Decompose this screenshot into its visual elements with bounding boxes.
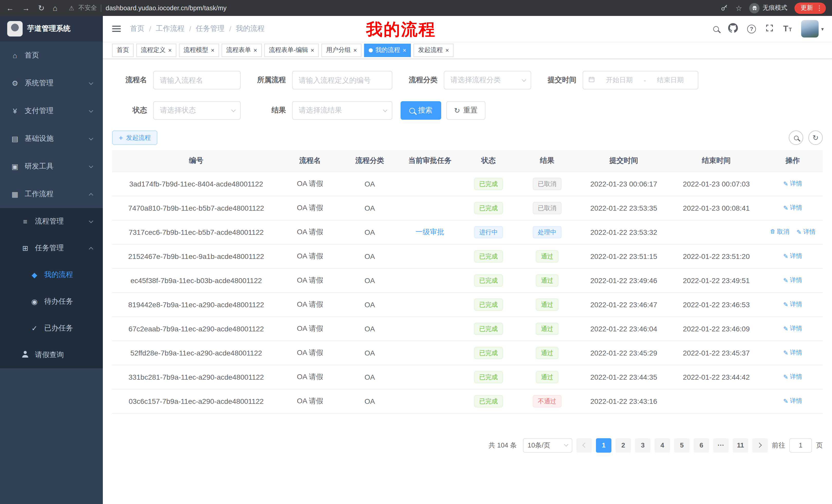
search-icon[interactable] bbox=[713, 26, 719, 32]
sidebar-toggle-button[interactable] bbox=[111, 22, 122, 35]
tab-home[interactable]: 首页 bbox=[112, 44, 134, 57]
search-button[interactable]: 搜索 bbox=[400, 101, 441, 120]
close-icon[interactable]: × bbox=[353, 47, 357, 53]
security-label[interactable]: 不安全 bbox=[78, 4, 97, 12]
breadcrumb-item[interactable]: 任务管理 bbox=[196, 24, 225, 33]
detail-link[interactable]: ✎详情 bbox=[783, 397, 802, 405]
sidebar-item-todo-tasks[interactable]: ◉ 待办任务 bbox=[0, 288, 103, 315]
status-badge: 已完成 bbox=[474, 177, 503, 190]
table-row: 331bc281-7b9a-11ec-a290-acde48001122 OA … bbox=[112, 365, 823, 389]
page-button-2[interactable]: 2 bbox=[616, 438, 631, 452]
page-button-1[interactable]: 1 bbox=[596, 438, 612, 452]
submit-time-range-picker[interactable]: 开始日期 - 结束日期 bbox=[582, 71, 698, 89]
next-page-button[interactable] bbox=[752, 438, 768, 452]
help-icon[interactable]: ? bbox=[747, 24, 756, 33]
close-icon[interactable]: × bbox=[168, 47, 172, 53]
sidebar-item-done-tasks[interactable]: ✓ 已办任务 bbox=[0, 315, 103, 342]
status-badge: 已完成 bbox=[474, 395, 503, 407]
github-icon[interactable] bbox=[728, 23, 738, 35]
refresh-button[interactable]: ↻ bbox=[808, 131, 823, 145]
page-button-11[interactable]: 11 bbox=[733, 438, 748, 452]
update-button[interactable]: 更新 ⋮ bbox=[795, 2, 826, 13]
tab-my-process[interactable]: 我的流程 × bbox=[364, 44, 411, 57]
close-icon[interactable]: × bbox=[254, 47, 257, 53]
detail-link[interactable]: ✎详情 bbox=[797, 228, 815, 236]
page-button-3[interactable]: 3 bbox=[635, 438, 650, 452]
user-avatar[interactable]: ▾ bbox=[801, 20, 824, 37]
sidebar-item-infrastructure[interactable]: ▤ 基础设施 bbox=[0, 125, 103, 152]
delete-icon bbox=[770, 229, 775, 236]
breadcrumb-item[interactable]: 工作流程 bbox=[156, 24, 185, 33]
close-icon[interactable]: × bbox=[311, 47, 314, 53]
detail-link[interactable]: ✎详情 bbox=[783, 325, 802, 333]
process-name: OA 请假 bbox=[297, 203, 323, 212]
close-icon[interactable]: × bbox=[445, 47, 449, 53]
detail-link[interactable]: ✎详情 bbox=[783, 179, 802, 188]
detail-link[interactable]: ✎详情 bbox=[783, 252, 802, 261]
sidebar-item-task-mgmt[interactable]: ⊞ 任务管理 bbox=[0, 235, 103, 261]
page-button-4[interactable]: 4 bbox=[655, 438, 670, 452]
sidebar-item-label: 待办任务 bbox=[44, 297, 73, 306]
sidebar-item-workflow[interactable]: ▦ 工作流程 bbox=[0, 180, 103, 208]
reload-button[interactable]: ↻ bbox=[38, 3, 45, 12]
category-select[interactable]: 请选择流程分类 bbox=[444, 71, 531, 89]
forward-button[interactable]: → bbox=[22, 4, 30, 12]
sidebar-item-label: 工作流程 bbox=[25, 190, 53, 199]
person-icon bbox=[21, 351, 30, 359]
fullscreen-icon[interactable] bbox=[765, 23, 774, 34]
refresh-icon: ↻ bbox=[454, 107, 460, 114]
close-icon[interactable]: × bbox=[402, 47, 406, 53]
page-annotation: 我的流程 bbox=[366, 19, 436, 41]
close-icon[interactable]: × bbox=[211, 47, 214, 53]
more-pages-button[interactable]: ··· bbox=[713, 438, 729, 452]
sidebar-item-dev-tools[interactable]: ▣ 研发工具 bbox=[0, 152, 103, 180]
sidebar-logo[interactable]: 芋道管理系统 bbox=[0, 16, 103, 41]
detail-link[interactable]: ✎详情 bbox=[783, 276, 802, 285]
status-badge: 已完成 bbox=[474, 371, 503, 383]
kebab-menu-icon[interactable]: ⋮ bbox=[816, 4, 823, 12]
page-button-5[interactable]: 5 bbox=[674, 438, 690, 452]
detail-link[interactable]: ✎详情 bbox=[783, 300, 802, 309]
search-toggle-button[interactable] bbox=[789, 131, 803, 145]
sidebar-item-leave-query[interactable]: 请假查询 bbox=[0, 342, 103, 368]
end-time: 2022-01-23 00:08:41 bbox=[683, 204, 750, 212]
process-name-input[interactable] bbox=[153, 71, 241, 89]
tab-process-form[interactable]: 流程表单 × bbox=[222, 44, 262, 57]
key-icon[interactable] bbox=[721, 4, 728, 12]
cancel-link[interactable]: 取消 bbox=[770, 228, 789, 236]
bookmark-star-icon[interactable]: ☆ bbox=[735, 4, 742, 12]
refresh-icon: ↻ bbox=[812, 134, 818, 141]
tab-process-definition[interactable]: 流程定义 × bbox=[136, 44, 176, 57]
reset-button[interactable]: ↻ 重置 bbox=[446, 101, 485, 120]
address-bar[interactable]: ⚠ 不安全 dashboard.yudao.iocoder.cn/bpm/tas… bbox=[69, 4, 721, 12]
tab-process-model[interactable]: 流程模型 × bbox=[179, 44, 219, 57]
breadcrumb-item[interactable]: 首页 bbox=[130, 24, 145, 33]
current-task-link[interactable]: 一级审批 bbox=[415, 227, 444, 235]
detail-link[interactable]: ✎详情 bbox=[783, 373, 802, 382]
tab-start-process[interactable]: 发起流程 × bbox=[413, 44, 453, 57]
sidebar-item-payment-mgmt[interactable]: ¥ 支付管理 bbox=[0, 97, 103, 125]
result-select[interactable]: 请选择流结果 bbox=[292, 101, 392, 120]
sidebar-item-my-process[interactable]: ◆ 我的流程 bbox=[0, 261, 103, 288]
detail-link[interactable]: ✎详情 bbox=[783, 348, 802, 357]
prev-page-button[interactable] bbox=[576, 438, 592, 452]
process-name: OA 请假 bbox=[297, 348, 323, 356]
create-process-button[interactable]: + 发起流程 bbox=[112, 131, 157, 145]
url-text[interactable]: dashboard.yudao.iocoder.cn/bpm/task/my bbox=[106, 4, 227, 11]
sidebar-item-process-mgmt[interactable]: ≡ 流程管理 bbox=[0, 208, 103, 235]
detail-link[interactable]: ✎详情 bbox=[783, 204, 802, 213]
goto-page-input[interactable] bbox=[789, 438, 812, 452]
sidebar-item-system-mgmt[interactable]: ⚙ 系统管理 bbox=[0, 69, 103, 97]
page-size-select[interactable]: 10条/页 bbox=[523, 438, 572, 452]
status-select[interactable]: 请选择状态 bbox=[153, 101, 241, 120]
tab-process-form-edit[interactable]: 流程表单-编辑 × bbox=[264, 44, 319, 57]
sidebar-item-home[interactable]: ⌂ 首页 bbox=[0, 41, 103, 69]
tab-user-group[interactable]: 用户分组 × bbox=[321, 44, 362, 57]
page-content: 流程名 所属流程 流程分类 请选择流程分类 bbox=[103, 71, 832, 452]
process-def-input[interactable] bbox=[292, 71, 392, 89]
back-button[interactable]: ← bbox=[6, 4, 14, 12]
edit-icon: ✎ bbox=[783, 180, 788, 188]
font-size-icon[interactable]: TT bbox=[783, 25, 792, 33]
home-button[interactable]: ⌂ bbox=[53, 4, 57, 12]
page-button-6[interactable]: 6 bbox=[694, 438, 709, 452]
